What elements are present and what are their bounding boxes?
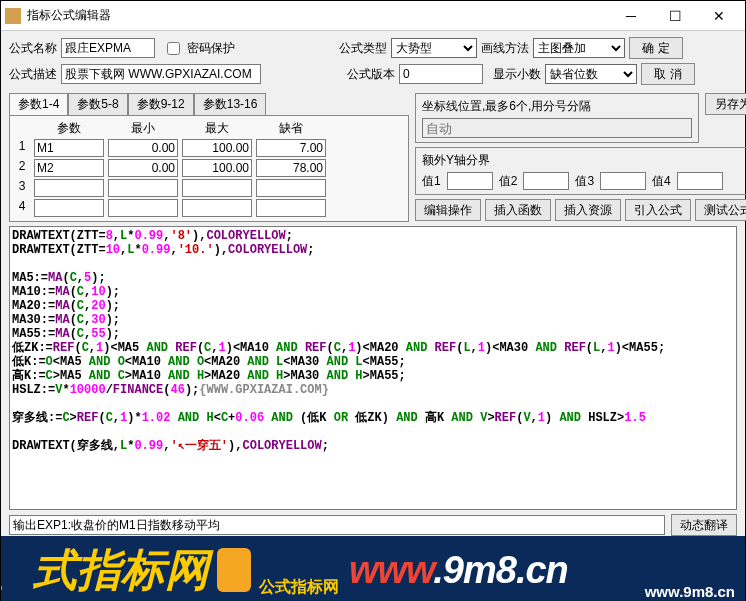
test-button[interactable]: 测试公式 (695, 199, 746, 221)
param-def-input[interactable] (256, 139, 326, 157)
crossline-group: 坐标线位置,最多6个,用分号分隔 (415, 93, 699, 143)
param-hdr-max: 最大 (182, 120, 252, 137)
footer-url-small: www.9m8.cn (645, 583, 735, 600)
y1-label: 值1 (422, 173, 441, 190)
param-row-num: 4 (14, 199, 30, 217)
tab-params-13-16[interactable]: 参数13-16 (194, 93, 267, 115)
footer-url-big: www.9m8.cn (349, 549, 568, 592)
param-max-input[interactable] (182, 199, 252, 217)
param-max-input[interactable] (182, 159, 252, 177)
param-name-input[interactable] (34, 139, 104, 157)
minimize-button[interactable]: ─ (609, 2, 653, 30)
draw-label: 画线方法 (481, 40, 529, 57)
name-label: 公式名称 (9, 40, 57, 57)
type-select[interactable]: 大势型 (391, 38, 477, 58)
param-min-input[interactable] (108, 179, 178, 197)
password-checkbox[interactable] (167, 42, 180, 55)
param-min-input[interactable] (108, 159, 178, 177)
ver-input[interactable] (399, 64, 483, 84)
close-button[interactable]: ✕ (697, 2, 741, 30)
type-label: 公式类型 (339, 40, 387, 57)
param-def-input[interactable] (256, 199, 326, 217)
y1-input[interactable] (447, 172, 493, 190)
maximize-button[interactable]: ☐ (653, 2, 697, 30)
import-button[interactable]: 引入公式 (625, 199, 691, 221)
status-output (9, 515, 665, 535)
cancel-button[interactable]: 取 消 (641, 63, 695, 85)
y2-input[interactable] (523, 172, 569, 190)
yaxis-group: 额外Y轴分界 值1 值2 值3 值4 (415, 147, 746, 195)
param-max-input[interactable] (182, 179, 252, 197)
tab-params-5-8[interactable]: 参数5-8 (68, 93, 127, 115)
y3-input[interactable] (600, 172, 646, 190)
dec-select[interactable]: 缺省位数 (545, 64, 637, 84)
param-name-input[interactable] (34, 179, 104, 197)
param-row-num: 1 (14, 139, 30, 157)
param-grid: 参数 最小 最大 缺省 1234 (14, 120, 404, 217)
y3-label: 值3 (575, 173, 594, 190)
saveas-button[interactable]: 另存为 (705, 93, 746, 115)
yaxis-label: 额外Y轴分界 (422, 152, 746, 169)
y2-label: 值2 (499, 173, 518, 190)
insres-button[interactable]: 插入资源 (555, 199, 621, 221)
param-row-num: 3 (14, 179, 30, 197)
param-row-num: 2 (14, 159, 30, 177)
param-hdr-min: 最小 (108, 120, 178, 137)
crossline-label: 坐标线位置,最多6个,用分号分隔 (422, 98, 692, 115)
footer-sub: 公式指标网 (259, 577, 339, 598)
insfn-button[interactable]: 插入函数 (485, 199, 551, 221)
window-title: 指标公式编辑器 (27, 7, 609, 24)
editop-button[interactable]: 编辑操作 (415, 199, 481, 221)
titlebar: 指标公式编辑器 ─ ☐ ✕ (1, 1, 745, 31)
tab-params-1-4[interactable]: 参数1-4 (9, 93, 68, 115)
param-def-input[interactable] (256, 159, 326, 177)
param-min-input[interactable] (108, 139, 178, 157)
desc-input[interactable] (61, 64, 261, 84)
badge-icon (217, 548, 251, 592)
crossline-input[interactable] (422, 118, 692, 138)
app-icon (5, 8, 21, 24)
tab-params-9-12[interactable]: 参数9-12 (128, 93, 194, 115)
dec-label: 显示小数 (493, 66, 541, 83)
param-hdr-name: 参数 (34, 120, 104, 137)
code-editor[interactable]: DRAWTEXT(ZTT=8,L*0.99,'8'),COLORYELLOW;D… (9, 226, 737, 510)
param-min-input[interactable] (108, 199, 178, 217)
ver-label: 公式版本 (347, 66, 395, 83)
param-name-input[interactable] (34, 199, 104, 217)
param-def-input[interactable] (256, 179, 326, 197)
param-max-input[interactable] (182, 139, 252, 157)
dynamic-translate-button[interactable]: 动态翻译 (671, 514, 737, 536)
param-name-input[interactable] (34, 159, 104, 177)
y4-input[interactable] (677, 172, 723, 190)
param-hdr-def: 缺省 (256, 120, 326, 137)
footer-cn: 、式指标网 (1, 541, 209, 600)
y4-label: 值4 (652, 173, 671, 190)
draw-select[interactable]: 主图叠加 (533, 38, 625, 58)
watermark-footer: 、式指标网 公式指标网 www.9m8.cn www.9m8.cn (1, 536, 745, 601)
desc-label: 公式描述 (9, 66, 57, 83)
param-tabs: 参数1-4 参数5-8 参数9-12 参数13-16 (9, 93, 409, 115)
ok-button[interactable]: 确 定 (629, 37, 683, 59)
password-label: 密码保护 (187, 40, 235, 57)
name-input[interactable] (61, 38, 155, 58)
